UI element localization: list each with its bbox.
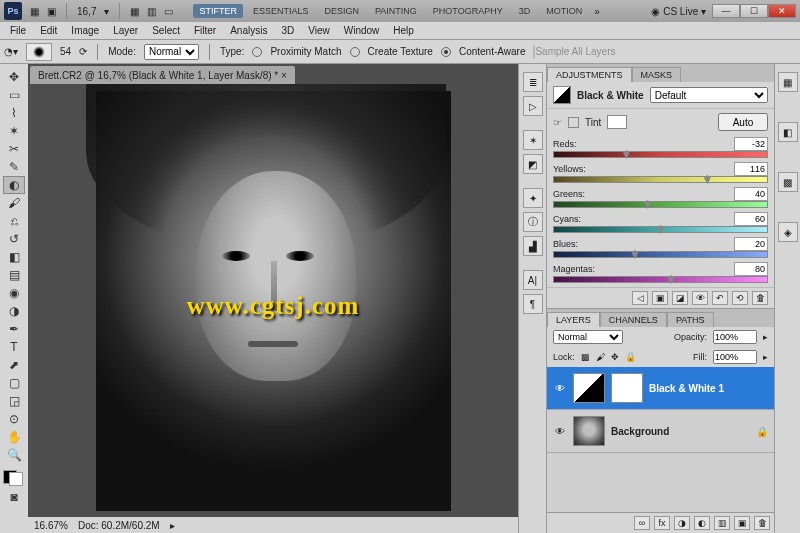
- spot-healing-brush-tool[interactable]: ◐: [3, 176, 25, 194]
- lasso-tool[interactable]: ⌇: [3, 104, 25, 122]
- slider-track[interactable]: [553, 176, 768, 183]
- slider-handle[interactable]: [657, 225, 664, 234]
- 3d-camera-tool[interactable]: ⊙: [3, 410, 25, 428]
- paths-tab[interactable]: PATHS: [667, 312, 714, 327]
- menu-window[interactable]: Window: [338, 23, 386, 38]
- color-swatches[interactable]: [3, 466, 25, 488]
- targeted-adjust-icon[interactable]: ☞: [553, 117, 562, 128]
- menu-select[interactable]: Select: [146, 23, 186, 38]
- quick-mask-icon[interactable]: ◙: [3, 488, 25, 506]
- delete-layer-icon[interactable]: 🗑: [754, 516, 770, 530]
- type-tool[interactable]: T: [3, 338, 25, 356]
- content-aware-radio[interactable]: [441, 47, 451, 57]
- actions-panel-icon[interactable]: ▷: [523, 96, 543, 116]
- slider-handle[interactable]: [644, 200, 651, 209]
- slider-track[interactable]: [553, 226, 768, 233]
- minimize-button[interactable]: —: [712, 4, 740, 18]
- layer-row[interactable]: 👁 Background 🔒: [547, 410, 774, 453]
- pen-tool[interactable]: ✒: [3, 320, 25, 338]
- slider-handle[interactable]: [631, 250, 638, 259]
- return-to-list-icon[interactable]: ◁: [632, 291, 648, 305]
- layer-style-icon[interactable]: fx: [654, 516, 670, 530]
- dodge-tool[interactable]: ◑: [3, 302, 25, 320]
- clone-stamp-tool[interactable]: ⎌: [3, 212, 25, 230]
- workspace-tab-painting[interactable]: PAINTING: [369, 4, 423, 18]
- menu-filter[interactable]: Filter: [188, 23, 222, 38]
- slider-value-input[interactable]: [734, 212, 768, 226]
- lock-pixels-icon[interactable]: 🖌: [596, 352, 605, 362]
- workspace-tab-essentials[interactable]: ESSENTIALS: [247, 4, 315, 18]
- bridge-icon[interactable]: ▦: [30, 6, 39, 17]
- link-layers-icon[interactable]: ∞: [634, 516, 650, 530]
- view-extras-icon[interactable]: ▦: [130, 6, 139, 17]
- maximize-button[interactable]: ☐: [740, 4, 768, 18]
- 3d-tool[interactable]: ◲: [3, 392, 25, 410]
- layer-row[interactable]: 👁 Black & White 1: [547, 367, 774, 410]
- doc-size-status[interactable]: Doc: 60.2M/60.2M: [78, 520, 160, 531]
- swatches-panel-icon[interactable]: ▩: [778, 172, 798, 192]
- hand-tool[interactable]: ✋: [3, 428, 25, 446]
- zoom-tool[interactable]: 🔍: [3, 446, 25, 464]
- cs-live-button[interactable]: ◉ CS Live ▾: [651, 6, 706, 17]
- lock-position-icon[interactable]: ✥: [611, 352, 619, 362]
- workspace-tab-stifter[interactable]: STIFTER: [193, 4, 243, 18]
- zoom-status[interactable]: 16.67%: [34, 520, 68, 531]
- eraser-tool[interactable]: ◧: [3, 248, 25, 266]
- visibility-toggle-icon[interactable]: 👁: [553, 424, 567, 438]
- clone-source-panel-icon[interactable]: ◩: [523, 154, 543, 174]
- opacity-input[interactable]: [713, 330, 757, 344]
- slider-value-input[interactable]: [734, 187, 768, 201]
- create-texture-radio[interactable]: [350, 47, 360, 57]
- close-button[interactable]: ✕: [768, 4, 796, 18]
- layer-name[interactable]: Black & White 1: [649, 383, 724, 394]
- layer-mask-icon[interactable]: ◑: [674, 516, 690, 530]
- slider-track[interactable]: [553, 251, 768, 258]
- navigator-panel-icon[interactable]: ✦: [523, 188, 543, 208]
- slider-track[interactable]: [553, 276, 768, 283]
- menu-view[interactable]: View: [302, 23, 336, 38]
- blur-tool[interactable]: ◉: [3, 284, 25, 302]
- document-tab[interactable]: Brett.CR2 @ 16,7% (Black & White 1, Laye…: [30, 66, 295, 84]
- lock-transparency-icon[interactable]: ▩: [581, 352, 590, 362]
- slider-track[interactable]: [553, 151, 768, 158]
- tint-color-swatch[interactable]: [607, 115, 627, 129]
- history-panel-icon[interactable]: ≣: [523, 72, 543, 92]
- slider-value-input[interactable]: [734, 137, 768, 151]
- masks-tab[interactable]: MASKS: [632, 67, 682, 82]
- tint-checkbox[interactable]: [568, 117, 579, 128]
- slider-handle[interactable]: [623, 150, 630, 159]
- brush-tool[interactable]: 🖌: [3, 194, 25, 212]
- slider-value-input[interactable]: [734, 262, 768, 276]
- delete-adjustment-icon[interactable]: 🗑: [752, 291, 768, 305]
- brush-preset-picker[interactable]: [26, 43, 52, 61]
- mini-bridge-panel-icon[interactable]: ▦: [778, 72, 798, 92]
- brush-panel-icon[interactable]: ⟳: [79, 46, 87, 57]
- toggle-visibility-icon[interactable]: 👁: [692, 291, 708, 305]
- marquee-tool[interactable]: ▭: [3, 86, 25, 104]
- eyedropper-tool[interactable]: ✎: [3, 158, 25, 176]
- layer-blend-mode-select[interactable]: Normal: [553, 330, 623, 344]
- menu-3d[interactable]: 3D: [275, 23, 300, 38]
- slider-value-input[interactable]: [734, 237, 768, 251]
- workspace-tab-3d[interactable]: 3D: [513, 4, 537, 18]
- info-panel-icon[interactable]: ⓘ: [523, 212, 543, 232]
- expand-view-icon[interactable]: ▣: [652, 291, 668, 305]
- workspace-more-icon[interactable]: »: [594, 6, 600, 17]
- close-tab-icon[interactable]: ×: [281, 70, 287, 81]
- workspace-tab-motion[interactable]: MOTION: [540, 4, 588, 18]
- quick-select-tool[interactable]: ✶: [3, 122, 25, 140]
- layer-mask-thumb[interactable]: [611, 373, 643, 403]
- move-tool[interactable]: ✥: [3, 68, 25, 86]
- crop-tool[interactable]: ✂: [3, 140, 25, 158]
- slider-handle[interactable]: [704, 175, 711, 184]
- clip-to-layer-icon[interactable]: ◪: [672, 291, 688, 305]
- zoom-level-field[interactable]: 16,7: [77, 6, 96, 17]
- styles-panel-icon[interactable]: ◈: [778, 222, 798, 242]
- reset-icon[interactable]: ⟲: [732, 291, 748, 305]
- menu-help[interactable]: Help: [387, 23, 420, 38]
- previous-state-icon[interactable]: ↶: [712, 291, 728, 305]
- fill-input[interactable]: [713, 350, 757, 364]
- arrange-icon[interactable]: ▥: [147, 6, 156, 17]
- mini-bridge-icon[interactable]: ▣: [47, 6, 56, 17]
- new-layer-icon[interactable]: ▣: [734, 516, 750, 530]
